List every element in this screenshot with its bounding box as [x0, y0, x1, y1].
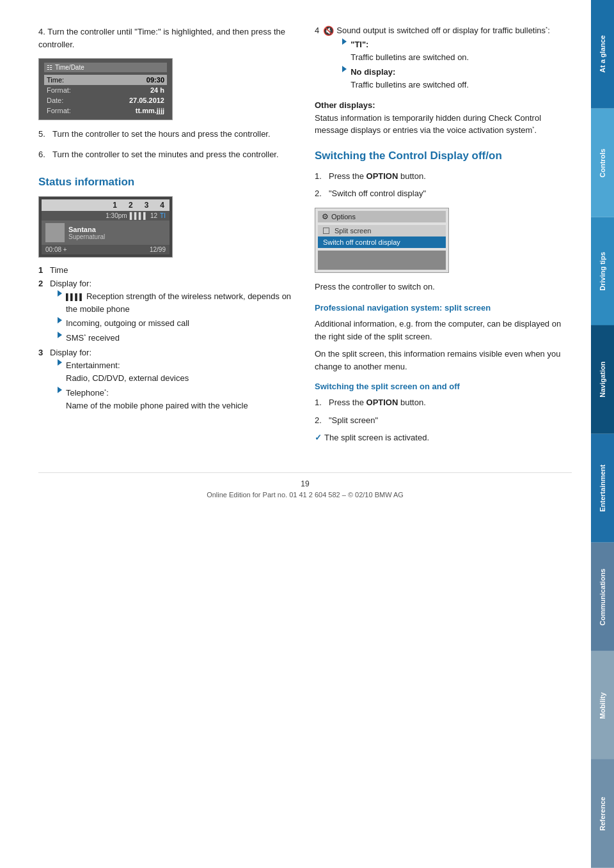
other-displays: Other displays: Status information is te…: [315, 99, 572, 137]
step-4: 4. Turn the controller until "Time:" is …: [38, 26, 295, 50]
split-screen-title: Switching the split screen on and off: [315, 382, 572, 391]
sidebar-tab-driving-tips[interactable]: Driving tips: [591, 217, 614, 326]
status-item-1: 1 Time: [38, 265, 295, 275]
control-display-step-2-text: "Switch off control display": [329, 187, 426, 200]
status-items-list: 1 Time 2 Display for:: [38, 265, 295, 412]
main-content: 4. Turn the controller until "Time:" is …: [0, 0, 591, 868]
step-6-num: 6.: [38, 148, 49, 161]
step-5-num: 5.: [38, 128, 49, 141]
arrow-bullet-icon: [58, 332, 62, 338]
split-screen-steps: 1. Press the OPTION button. 2. "Split sc…: [315, 396, 572, 426]
timedate-row-format1: Format: 24 h: [44, 85, 167, 95]
pro-nav-para2: On the split screen, this information re…: [315, 348, 572, 373]
status-song-row: Santana Supernatural: [42, 221, 169, 245]
step-4-bullet2: No display:Traffic bulletins are switche…: [342, 66, 550, 91]
sidebar-tab-navigation[interactable]: Navigation: [591, 325, 614, 434]
step-6: 6. Turn the controller to set the minute…: [38, 148, 295, 161]
status-item-3: 3 Display for: Entertainment:Radio, CD/D…: [38, 348, 295, 412]
options-title: Options: [331, 213, 356, 221]
step-4-text: Turn the controller until "Time:" is hig…: [38, 27, 285, 49]
status-bottom-bar: 00:08 + 12/99: [42, 245, 169, 254]
sidebar-tab-entertainment[interactable]: Entertainment: [591, 434, 614, 543]
timedate-row-date: Date: 27.05.2012: [44, 95, 167, 105]
options-switch-off-label: Switch off control display: [323, 238, 400, 246]
footer-text: Online Edition for Part no. 01 41 2 604 …: [38, 491, 572, 499]
arrow-bullet-icon: [342, 66, 347, 72]
timedate-row-format2: Format: tt.mm.jjjj: [44, 105, 167, 116]
left-column: 4. Turn the controller until "Time:" is …: [38, 26, 295, 447]
sidebar-tab-mobility[interactable]: Mobility: [591, 651, 614, 760]
status-section-title: Status information: [38, 176, 295, 189]
press-controller-text: Press the controller to switch on.: [315, 281, 572, 293]
status-numbers-row: 1 2 3 4: [42, 199, 169, 211]
step-5: 5. Turn the controller to set the hours …: [38, 128, 295, 141]
status-item-2-label: Display for:: [50, 279, 91, 288]
pro-nav-para1: Additional information, e.g. from the co…: [315, 318, 572, 343]
checkmark-icon: ✓: [315, 431, 322, 444]
options-screenshot: ⚙ Options Split screen Switch off contro…: [315, 208, 449, 273]
arrow-bullet-icon: [58, 359, 62, 366]
arrow-bullet-icon: [58, 317, 62, 323]
status-item-2-bullet3: SMS* received: [58, 332, 295, 345]
status-screenshot: 1 2 3 4 1:30pm ▌▌▌▌ 12 TI: [38, 196, 173, 258]
status-item-2: 2 Display for: ▌▌▌▌ Reception strength o…: [38, 279, 295, 344]
split-screen-activated-text: The split screen is activated.: [324, 431, 429, 444]
sidebar-tab-reference[interactable]: Reference: [591, 759, 614, 868]
timedate-row-time: Time: 09:30: [44, 75, 167, 85]
timedate-title: Time/Date: [55, 64, 84, 71]
song-album: Supernatural: [68, 233, 105, 240]
sidebar-tab-controls[interactable]: Controls: [591, 109, 614, 217]
page-wrapper: 4. Turn the controller until "Time:" is …: [0, 0, 614, 868]
sidebar-tab-at-a-glance[interactable]: At a glance: [591, 0, 614, 109]
right-column: 4 🔇 Sound output is switched off or disp…: [315, 26, 572, 447]
status-item-2-bullet1: ▌▌▌▌ Reception strength of the wireless …: [58, 290, 295, 315]
status-item-3-label: Display for:: [50, 348, 91, 357]
split-screen-step-2-text: "Split screen": [329, 414, 378, 427]
timedate-title-bar: ☷ Time/Date: [44, 63, 167, 72]
step-4-right-text: Sound output is switched off or display …: [336, 26, 550, 35]
options-screenshot-bottom: [318, 251, 446, 270]
sidebar-tab-communications[interactable]: Communications: [591, 543, 614, 651]
arrow-bullet-icon: [342, 38, 347, 45]
control-display-steps: 1. Press the OPTION button. 2. "Switch o…: [315, 170, 572, 200]
split-screen-step-2: 2. "Split screen": [315, 414, 572, 427]
options-title-bar: ⚙ Options: [318, 211, 446, 222]
arrow-bullet-icon: [58, 387, 62, 393]
step-5-text: Turn the controller to set the hours and…: [52, 128, 271, 141]
status-item-1-label: Time: [50, 265, 68, 275]
mute-icon: 🔇: [323, 26, 334, 36]
options-switch-off: Switch off control display: [318, 236, 446, 248]
control-display-step-2: 2. "Switch off control display": [315, 187, 572, 200]
two-column-layout: 4. Turn the controller until "Time:" is …: [38, 26, 572, 447]
other-displays-label: Other displays: Status information is te…: [315, 99, 572, 137]
status-bar: 1:30pm ▌▌▌▌ 12 TI: [42, 211, 169, 221]
page-number: 19: [38, 479, 572, 488]
checkbox-icon: [323, 228, 329, 234]
status-song-icon: [45, 223, 65, 242]
status-song-info: Santana Supernatural: [68, 226, 105, 240]
step-4-num: 4.: [38, 27, 45, 36]
status-item-3-bullet1: Entertainment:Radio, CD/DVD, external de…: [58, 359, 295, 384]
step-4-bullet1: "TI":Traffic bulletins are switched on.: [342, 38, 550, 63]
step-6-text: Turn the controller to set the minutes a…: [52, 148, 279, 161]
options-split-screen: Split screen: [318, 225, 446, 236]
right-sidebar: At a glance Controls Driving tips Naviga…: [591, 0, 614, 868]
options-split-screen-label: Split screen: [335, 227, 371, 235]
split-screen-step-1: 1. Press the OPTION button.: [315, 396, 572, 409]
timedate-screenshot: ☷ Time/Date Time: 09:30 Format: 24 h Dat…: [38, 58, 173, 120]
pro-nav-title: Professional navigation system: split sc…: [315, 303, 572, 313]
song-name: Santana: [68, 226, 105, 233]
footer: 19 Online Edition for Part no. 01 41 2 6…: [38, 472, 572, 499]
arrow-bullet-icon: [58, 290, 62, 297]
control-display-section-title: Switching the Control Display off/on: [315, 150, 572, 162]
status-item-3-bullet2: Telephone*:Name of the mobile phone pair…: [58, 387, 295, 412]
step-4-right: 4 🔇 Sound output is switched off or disp…: [315, 26, 572, 93]
split-screen-activated: ✓ The split screen is activated.: [315, 431, 572, 444]
status-item-2-bullet2: Incoming, outgoing or missed call: [58, 317, 295, 330]
control-display-step-1: 1. Press the OPTION button.: [315, 170, 572, 183]
